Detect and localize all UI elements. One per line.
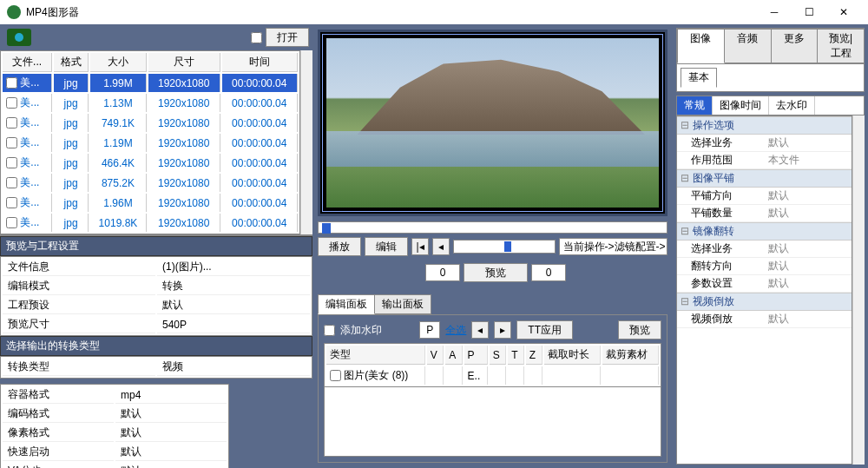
mini-slider[interactable] (453, 240, 556, 254)
media-table[interactable]: 类型VAPSTZ截取时长裁剪素材 图片(美女 (8)) E.. (324, 343, 661, 387)
prop-group-镜像翻转[interactable]: ⊟镜像翻转 (677, 222, 852, 241)
sub-tab-bar: 常规图像时间去水印 (676, 96, 865, 115)
subtab-图像时间[interactable]: 图像时间 (713, 96, 769, 115)
file-row[interactable]: 美...jpg875.2K1920x108000:00:00.04 (3, 174, 298, 192)
property-grid[interactable]: ⊟操作选项选择业务默认作用范围本文件⊟图像平铺平铺方向默认平铺数量默认⊟镜像翻转… (676, 115, 852, 465)
edit-button[interactable]: 编辑 (365, 237, 408, 256)
prev-icon[interactable]: ◂ (471, 321, 489, 339)
media-row-check[interactable] (330, 370, 341, 381)
file-row[interactable]: 美...jpg466.4K1920x108000:00:00.04 (3, 154, 298, 172)
open-button[interactable]: 打开 (266, 28, 309, 47)
close-button[interactable]: ✕ (826, 0, 861, 24)
watermark-label: 添加水印 (340, 323, 382, 338)
tab-图像[interactable]: 图像 (677, 29, 725, 63)
app-title: MP4图形器 (26, 5, 757, 20)
play-button[interactable]: 播放 (318, 237, 361, 256)
eye-icon[interactable] (7, 29, 31, 46)
seek-start-icon[interactable]: |◂ (411, 238, 429, 255)
preview-image (318, 30, 667, 216)
file-table[interactable]: 文件...格式大小尺寸时间 美...jpg1.99M1920x108000:00… (0, 50, 300, 234)
frame-input-2[interactable] (531, 264, 566, 281)
tab-output-panel[interactable]: 输出面板 (374, 294, 431, 314)
prop-scrollbar[interactable] (852, 115, 865, 465)
tab-更多[interactable]: 更多 (771, 29, 819, 63)
preview-button-panel[interactable]: 预览 (618, 320, 661, 339)
output-type-header: 选择输出的转换类型 (0, 336, 312, 356)
subtab-常规[interactable]: 常规 (677, 96, 713, 115)
media-row: 图片(美女 (8)) E.. (326, 366, 659, 385)
file-scrollbar[interactable] (300, 50, 312, 234)
select-all-link[interactable]: 全选 (445, 323, 466, 338)
tab-edit-panel[interactable]: 编辑面板 (318, 294, 375, 314)
file-row[interactable]: 美...jpg1.13M1920x108000:00:00.04 (3, 94, 298, 112)
seek-prev-icon[interactable]: ◂ (432, 238, 450, 255)
watermark-checkbox[interactable] (324, 325, 335, 336)
app-icon (7, 5, 21, 19)
subtab-去水印[interactable]: 去水印 (769, 96, 815, 115)
preview-button-mid[interactable]: 预览 (464, 263, 528, 282)
file-row[interactable]: 美...jpg749.1K1920x108000:00:00.04 (3, 114, 298, 132)
titlebar: MP4图形器 ─ ☐ ✕ (0, 0, 868, 24)
preview-settings-header: 预览与工程设置 (0, 236, 312, 256)
tt-apply-button[interactable]: TT应用 (516, 320, 573, 339)
prop-group-视频倒放[interactable]: ⊟视频倒放 (677, 293, 852, 311)
p-box: P (419, 321, 440, 339)
operation-path: 当前操作->滤镜配置->图像->常规 (559, 238, 668, 255)
codec-table[interactable]: 容器格式mp4编码格式默认像素格式默认快速启动默认VA分步默认 (0, 384, 229, 468)
prop-group-操作选项[interactable]: ⊟操作选项 (677, 116, 852, 135)
frame-input-1[interactable] (425, 264, 460, 281)
tab-预览|工程[interactable]: 预览|工程 (817, 29, 865, 63)
timeline-slider[interactable] (318, 221, 667, 234)
top-tab-bar: 图像音频更多预览|工程 (676, 28, 865, 64)
prop-group-图像平铺[interactable]: ⊟图像平铺 (677, 169, 852, 188)
preview-settings-table[interactable]: 文件信息(1)(图片)...编辑模式转换工程预设默认预览尺寸540P (0, 256, 312, 336)
tab-音频[interactable]: 音频 (724, 29, 772, 63)
file-row[interactable]: 美...jpg1019.8K1920x108000:00:00.04 (3, 214, 298, 232)
open-checkbox[interactable] (251, 32, 262, 43)
next-icon[interactable]: ▸ (494, 321, 511, 339)
output-type-table[interactable]: 转换类型视频 (0, 356, 312, 379)
file-row[interactable]: 美...jpg1.99M1920x108000:00:00.04 (3, 74, 298, 92)
maximize-button[interactable]: ☐ (792, 0, 826, 24)
minimize-button[interactable]: ─ (757, 0, 792, 24)
file-row[interactable]: 美...jpg1.19M1920x108000:00:00.04 (3, 134, 298, 152)
tab-basic[interactable]: 基本 (681, 68, 717, 88)
file-row[interactable]: 美...jpg1.96M1920x108000:00:00.04 (3, 194, 298, 212)
